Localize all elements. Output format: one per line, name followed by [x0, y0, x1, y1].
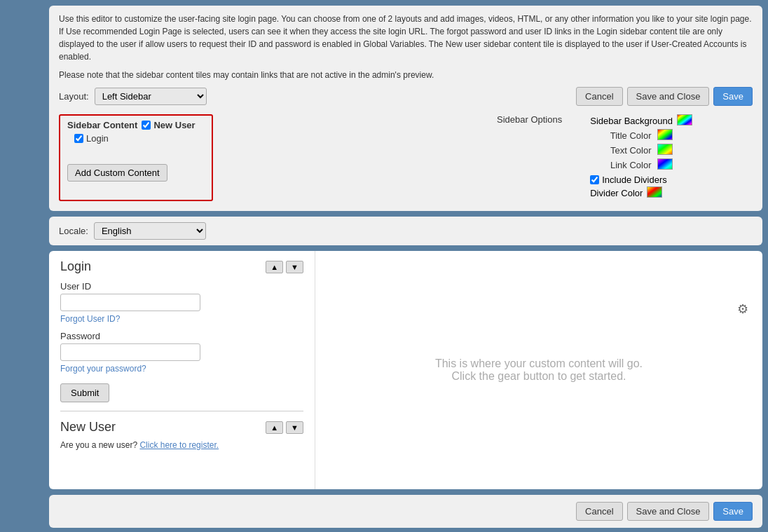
preview-section: Login ▲ ▼ User ID Forgot User ID? Passwo… — [49, 251, 762, 489]
note-text: Please note that the sidebar content til… — [59, 69, 753, 81]
divider-color-swatch[interactable] — [647, 186, 662, 200]
login-form-preview: Login ▲ ▼ User ID Forgot User ID? Passwo… — [49, 251, 315, 489]
new-user-checkbox-label[interactable]: New User — [142, 120, 195, 130]
new-user-move-down-button[interactable]: ▼ — [286, 421, 303, 434]
sidebar-content-title: Sidebar Content — [67, 120, 137, 130]
save-and-close-button-bottom[interactable]: Save and Close — [627, 502, 710, 521]
include-dividers-checkbox[interactable] — [590, 175, 599, 184]
layout-label: Layout: — [59, 91, 89, 102]
new-user-move-up-button[interactable]: ▲ — [266, 421, 283, 434]
locale-section: Locale: English French Spanish German — [49, 217, 762, 245]
sidebar-options-title: Sidebar Options — [497, 114, 562, 197]
custom-content-area: ⚙ This is where your custom content will… — [315, 251, 762, 489]
save-button-bottom[interactable]: Save — [713, 502, 753, 521]
new-user-title: New User — [60, 420, 116, 435]
login-move-up-button[interactable]: ▲ — [266, 261, 283, 273]
svg-rect-4 — [647, 187, 662, 198]
login-checkbox-label[interactable]: Login — [74, 133, 205, 144]
forgot-password-link[interactable]: Forgot your password? — [60, 364, 303, 374]
save-button-top[interactable]: Save — [713, 87, 753, 106]
bottom-buttons-bar: Cancel Save and Close Save — [49, 495, 762, 528]
title-color-swatch[interactable] — [657, 129, 693, 142]
svg-rect-2 — [658, 144, 673, 155]
sidebar-options-panel: Sidebar Options Sidebar Background — [497, 114, 753, 201]
sidebar-content-box: Sidebar Content New User Login Add Custo… — [59, 114, 213, 201]
new-user-text: Are you a new user? Click here to regist… — [60, 440, 303, 450]
login-move-down-button[interactable]: ▼ — [286, 261, 303, 273]
login-checkbox[interactable] — [74, 134, 83, 143]
password-label: Password — [60, 331, 303, 341]
user-id-input[interactable] — [60, 294, 200, 311]
sidebar-background-swatch[interactable] — [677, 114, 692, 128]
cancel-button-bottom[interactable]: Cancel — [576, 502, 622, 521]
new-user-checkbox[interactable] — [142, 121, 151, 130]
submit-button[interactable]: Submit — [60, 383, 109, 402]
sidebar-background-label: Sidebar Background — [590, 116, 673, 126]
register-link[interactable]: Click here to register. — [139, 440, 219, 450]
divider-color-label: Divider Color — [590, 188, 643, 198]
gear-button[interactable]: ⚙ — [737, 301, 748, 317]
user-id-label: User ID — [60, 281, 303, 292]
text-color-label: Text Color — [590, 145, 651, 156]
text-color-swatch[interactable] — [657, 144, 693, 157]
layout-select[interactable]: Left Sidebar Right Sidebar No Sidebar — [95, 88, 207, 105]
locale-label: Locale: — [59, 226, 88, 236]
svg-rect-3 — [658, 159, 673, 170]
svg-rect-1 — [658, 130, 673, 140]
forgot-user-id-link[interactable]: Forgot User ID? — [60, 314, 303, 324]
save-and-close-button-top[interactable]: Save and Close — [627, 87, 710, 106]
locale-select[interactable]: English French Spanish German — [94, 222, 206, 240]
section-divider — [60, 411, 303, 411]
custom-content-placeholder-line2: Click the gear button to get started. — [329, 370, 748, 383]
include-dividers-label: Include Dividers — [602, 175, 667, 185]
add-custom-content-button[interactable]: Add Custom Content — [67, 164, 167, 182]
login-title: Login — [60, 259, 91, 274]
cancel-button-top[interactable]: Cancel — [576, 87, 622, 106]
title-color-label: Title Color — [590, 130, 651, 141]
link-color-swatch[interactable] — [657, 158, 693, 172]
password-input[interactable] — [60, 343, 200, 361]
svg-rect-0 — [678, 115, 692, 125]
custom-content-placeholder-line1: This is where your custom content will g… — [329, 357, 748, 370]
link-color-label: Link Color — [590, 160, 651, 170]
info-text: Use this editor to customize the user-fa… — [59, 13, 753, 63]
